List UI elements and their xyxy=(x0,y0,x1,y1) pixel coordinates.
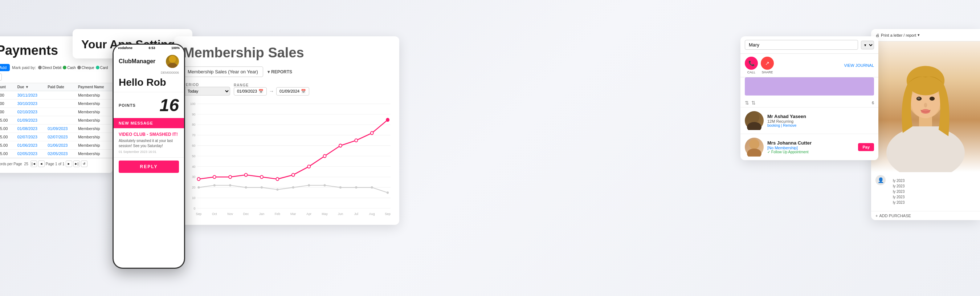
last-page-btn[interactable]: ►| xyxy=(73,161,80,167)
svg-point-77 xyxy=(921,109,930,114)
cash-option[interactable]: Cash xyxy=(63,66,75,70)
table-row: £35.00 02/10/2023 Membership xyxy=(0,108,113,116)
period-label: PERIOD xyxy=(183,83,230,87)
svg-point-40 xyxy=(245,173,248,177)
print-button[interactable]: 🖨 Print a letter / report ▾ xyxy=(875,33,920,37)
refresh-btn[interactable]: ↺ xyxy=(81,161,88,167)
call-button[interactable]: 📞 xyxy=(745,57,758,70)
svg-point-41 xyxy=(260,175,263,179)
cell-amount: ● £35.00 xyxy=(0,124,14,133)
pay-button[interactable]: Pay xyxy=(858,143,874,151)
svg-text:Apr: Apr xyxy=(306,212,312,215)
svg-text:100: 100 xyxy=(190,102,196,106)
svg-text:70: 70 xyxy=(192,133,196,137)
col-payment-name: Payment Name xyxy=(75,83,113,91)
cell-payment-name: Membership xyxy=(75,108,113,116)
svg-text:Feb: Feb xyxy=(275,212,280,215)
svg-text:10: 10 xyxy=(192,196,196,200)
cell-payment-name: Membership xyxy=(75,150,113,158)
range-group: RANGE 01/09/2023 📅 → 01/09/2024 📅 xyxy=(234,83,309,95)
period-range: PERIOD Today RANGE 01/09/2023 📅 → 01/09/… xyxy=(183,83,391,95)
b-button[interactable]: B xyxy=(0,73,2,81)
svg-text:Jul: Jul xyxy=(354,212,358,215)
battery-label: 100% xyxy=(171,46,180,50)
col-amount: Amount xyxy=(0,83,14,91)
page-nav: |◄ ◄ Page 1 of 1 ► ►| ↺ xyxy=(30,161,88,167)
chart-type-select[interactable]: Membership Sales (Year on Year) xyxy=(183,67,263,77)
page-label: Page xyxy=(46,162,54,166)
phone-message-time: 01 September 2023 16:01 xyxy=(119,150,179,154)
cell-payment-name: Membership xyxy=(75,141,113,150)
prev-page-btn[interactable]: ◄ xyxy=(38,161,45,167)
svg-point-36 xyxy=(387,191,389,194)
cheque-option[interactable]: Cheque xyxy=(77,66,94,70)
share-button[interactable]: ↗ xyxy=(761,57,774,70)
date-row-5: ly 2023 xyxy=(893,200,905,205)
reports-button[interactable]: ▾ REPORTS xyxy=(267,69,292,75)
svg-point-26 xyxy=(229,184,231,186)
svg-point-32 xyxy=(324,184,326,186)
share-icon: ↗ xyxy=(765,60,770,66)
cell-due: 30/10/2023 xyxy=(14,100,45,108)
calendar-icon-to: 📅 xyxy=(301,89,306,94)
svg-point-39 xyxy=(229,175,232,179)
date-from-input[interactable]: 01/09/2023 📅 xyxy=(234,87,267,95)
side-dates: ly 2023 ly 2023 ly 2023 ly 2023 ly 2023 xyxy=(889,175,909,208)
add-button[interactable]: + Add xyxy=(0,64,10,71)
page-of: of xyxy=(59,162,61,166)
svg-point-37 xyxy=(197,178,200,181)
member-purple-bar xyxy=(745,77,874,95)
booking-link-1[interactable]: booking | Remove xyxy=(767,124,874,127)
svg-point-45 xyxy=(323,154,326,158)
col-due: Due ▼ xyxy=(14,83,45,91)
member-search-bar: ▾ xyxy=(740,36,878,54)
member-avatar-2 xyxy=(745,138,764,156)
svg-point-34 xyxy=(355,186,357,188)
next-page-btn[interactable]: ► xyxy=(66,161,72,167)
date-from-value: 01/09/2023 xyxy=(237,89,257,93)
phone-screen: vodafone 6:53 100% ClubManager DEM000006… xyxy=(114,45,184,268)
svg-text:Mar: Mar xyxy=(290,212,296,215)
svg-text:Jun: Jun xyxy=(338,212,343,215)
phone-message-body: Absolutely smashed it at your last sessi… xyxy=(119,138,179,148)
cell-paid-date: 02/07/2023 xyxy=(45,133,75,141)
svg-point-64 xyxy=(747,122,762,130)
svg-rect-68 xyxy=(903,126,948,172)
period-select[interactable]: Today xyxy=(183,87,230,95)
profile-panel: 🖨 Print a letter / report ▾ xyxy=(871,29,980,220)
svg-text:40: 40 xyxy=(192,164,196,168)
svg-point-74 xyxy=(929,97,935,100)
member-dropdown[interactable]: ▾ xyxy=(861,41,874,49)
mark-paid-label: Mark paid by: xyxy=(12,65,36,70)
svg-text:30: 30 xyxy=(192,175,196,179)
svg-text:Dec: Dec xyxy=(243,212,249,215)
phone-avatar xyxy=(166,55,179,68)
checkmark-icon: ✓ xyxy=(767,150,770,154)
card-option[interactable]: Card xyxy=(96,66,108,70)
cell-due: 01/09/2023 xyxy=(14,116,45,124)
svg-text:Oct: Oct xyxy=(212,212,217,215)
svg-text:20: 20 xyxy=(192,186,196,189)
member-card-1: Mr Ashad Yaseen 12M Recurring booking | … xyxy=(740,108,878,134)
cell-paid-date: 01/09/2023 xyxy=(45,124,75,133)
chart-svg: 100 90 80 70 60 50 40 30 20 10 0 xyxy=(183,100,391,216)
view-journal-link[interactable]: VIEW JOURNAL xyxy=(844,63,874,68)
member-search-input[interactable] xyxy=(745,40,858,50)
first-page-btn[interactable]: |◄ xyxy=(30,161,37,167)
cell-amount: ● £35.00 xyxy=(0,141,14,150)
svg-text:80: 80 xyxy=(192,123,196,126)
direct-debit-option[interactable]: Direct Debit xyxy=(38,66,61,70)
cell-paid-date: 01/06/2023 xyxy=(45,141,75,150)
member-panel: ▾ 📞 CALL ↗ SHARE VIEW JOURNAL ⇅ ⇅ 6 xyxy=(740,36,878,160)
carrier-label: vodafone xyxy=(118,46,132,50)
radio-group: Direct Debit Cash Cheque Card xyxy=(38,66,108,70)
col-paid-date: Paid Date xyxy=(45,83,75,91)
add-purchase-link[interactable]: + ADD PURCHASE xyxy=(871,211,980,220)
phone-reply-button[interactable]: REPLY xyxy=(119,161,179,173)
table-row: ● £35.00 01/09/2023 Membership xyxy=(0,116,113,124)
cell-amount: ● £35.00 xyxy=(0,150,14,158)
table-row: £35.00 30/11/2023 Membership xyxy=(0,91,113,100)
svg-point-47 xyxy=(355,139,358,142)
svg-point-30 xyxy=(292,186,294,188)
date-to-input[interactable]: 01/09/2024 📅 xyxy=(276,87,309,95)
